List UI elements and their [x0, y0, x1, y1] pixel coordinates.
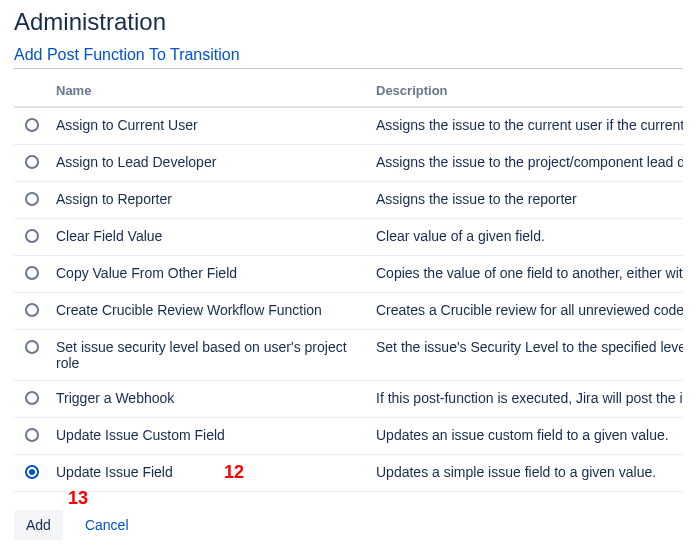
radio-cell: [14, 182, 50, 219]
name-cell: Create Crucible Review Workflow Function: [50, 293, 370, 330]
function-name: Assign to Lead Developer: [56, 154, 216, 170]
radio-cell: [14, 455, 50, 492]
page-title: Administration: [14, 8, 683, 36]
table-row[interactable]: Create Crucible Review Workflow Function…: [14, 293, 683, 330]
function-name: Update Issue Custom Field: [56, 427, 225, 443]
radio-cell: [14, 381, 50, 418]
table-row[interactable]: Update Issue Custom FieldUpdates an issu…: [14, 418, 683, 455]
description-cell: If this post-function is executed, Jira …: [370, 381, 683, 418]
annotation-12: 12: [224, 462, 244, 483]
column-header-name: Name: [50, 75, 370, 107]
cancel-link[interactable]: Cancel: [85, 517, 129, 533]
function-name: Copy Value From Other Field: [56, 265, 237, 281]
name-cell: Set issue security level based on user's…: [50, 330, 370, 381]
table-row[interactable]: Assign to Lead DeveloperAssigns the issu…: [14, 145, 683, 182]
radio-button[interactable]: [25, 391, 39, 405]
radio-cell: [14, 219, 50, 256]
table-row[interactable]: Set issue security level based on user's…: [14, 330, 683, 381]
description-cell: Updates a simple issue field to a given …: [370, 455, 683, 492]
description-cell: Copies the value of one field to another…: [370, 256, 683, 293]
column-header-description: Description: [370, 75, 683, 107]
function-name: Update Issue Field: [56, 464, 173, 480]
table-row[interactable]: Update Issue Field12Updates a simple iss…: [14, 455, 683, 492]
name-cell: Trigger a Webhook: [50, 381, 370, 418]
radio-cell: [14, 107, 50, 145]
name-cell: Clear Field Value: [50, 219, 370, 256]
description-cell: Updates an issue custom field to a given…: [370, 418, 683, 455]
name-cell: Update Issue Field12: [50, 455, 370, 492]
table-row[interactable]: Clear Field ValueClear value of a given …: [14, 219, 683, 256]
description-cell: Set the issue's Security Level to the sp…: [370, 330, 683, 381]
column-header-radio: [14, 75, 50, 107]
section-divider: [14, 68, 683, 69]
radio-button[interactable]: [25, 229, 39, 243]
radio-button[interactable]: [25, 192, 39, 206]
radio-button[interactable]: [25, 340, 39, 354]
radio-button[interactable]: [25, 155, 39, 169]
function-name: Assign to Reporter: [56, 191, 172, 207]
button-row: 13 Add Cancel: [14, 510, 683, 540]
function-name: Create Crucible Review Workflow Function: [56, 302, 322, 318]
radio-cell: [14, 145, 50, 182]
radio-cell: [14, 418, 50, 455]
section-title: Add Post Function To Transition: [14, 46, 683, 64]
description-cell: Assigns the issue to the current user if…: [370, 107, 683, 145]
radio-button[interactable]: [25, 465, 39, 479]
table-row[interactable]: Trigger a WebhookIf this post-function i…: [14, 381, 683, 418]
function-name: Clear Field Value: [56, 228, 162, 244]
table-row[interactable]: Copy Value From Other FieldCopies the va…: [14, 256, 683, 293]
name-cell: Assign to Lead Developer: [50, 145, 370, 182]
radio-button[interactable]: [25, 118, 39, 132]
table-row[interactable]: Assign to ReporterAssigns the issue to t…: [14, 182, 683, 219]
radio-button[interactable]: [25, 266, 39, 280]
name-cell: Copy Value From Other Field: [50, 256, 370, 293]
description-cell: Creates a Crucible review for all unrevi…: [370, 293, 683, 330]
radio-cell: [14, 330, 50, 381]
description-cell: Clear value of a given field.: [370, 219, 683, 256]
description-cell: Assigns the issue to the reporter: [370, 182, 683, 219]
function-name: Assign to Current User: [56, 117, 198, 133]
radio-button[interactable]: [25, 428, 39, 442]
name-cell: Assign to Current User: [50, 107, 370, 145]
name-cell: Assign to Reporter: [50, 182, 370, 219]
function-name: Trigger a Webhook: [56, 390, 174, 406]
radio-cell: [14, 256, 50, 293]
name-cell: Update Issue Custom Field: [50, 418, 370, 455]
radio-cell: [14, 293, 50, 330]
table-row[interactable]: Assign to Current UserAssigns the issue …: [14, 107, 683, 145]
post-function-table: Name Description Assign to Current UserA…: [14, 75, 683, 492]
add-button[interactable]: Add: [14, 510, 63, 540]
radio-button[interactable]: [25, 303, 39, 317]
description-cell: Assigns the issue to the project/compone…: [370, 145, 683, 182]
function-name: Set issue security level based on user's…: [56, 339, 347, 371]
